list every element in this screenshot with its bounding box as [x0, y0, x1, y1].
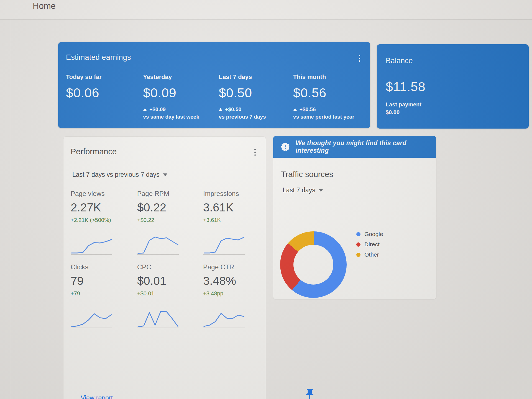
metric-page-rpm: Page RPM $0.22 +$0.22 [137, 190, 203, 255]
metric-label: Clicks [71, 263, 137, 271]
earnings-columns: Today so far $0.06 Yesterday $0.09 +$0.0… [58, 63, 370, 120]
performance-metrics: Page views 2.27K +2.21K (>500%) Page RPM… [71, 190, 266, 328]
sparkline-chart [137, 231, 179, 255]
balance-title: Balance [386, 57, 529, 65]
metric-label: Last 7 days [219, 73, 293, 81]
date-range-label: Last 7 days vs previous 7 days [72, 171, 160, 178]
push-pin-icon[interactable] [304, 386, 316, 399]
sparkline-chart [71, 231, 112, 255]
sparkline-chart [71, 304, 112, 328]
caret-down-icon [163, 173, 167, 176]
metric-delta: +$0.22 [137, 217, 203, 223]
metric-label: Today so far [66, 73, 143, 81]
date-range-label: Last 7 days [283, 186, 315, 194]
date-range-selector[interactable]: Last 7 days [281, 186, 325, 194]
metric-page-ctr: Page CTR 3.48% +3.48pp [203, 263, 264, 328]
last-payment-label: Last payment [386, 101, 529, 108]
metric-value: 79 [71, 274, 137, 288]
adsense-home-page: Home Estimated earnings Today so far $0.… [0, 0, 532, 399]
metric-value: $0.06 [66, 85, 143, 100]
earnings-column-month: This month $0.56 +$0.56 vs same period l… [293, 73, 370, 120]
metric-cpc: CPC $0.01 +$0.01 [137, 263, 203, 328]
metric-impressions: Impressions 3.61K +3.61K [203, 190, 264, 255]
metric-compare: vs previous 7 days [219, 114, 293, 120]
kebab-menu-icon[interactable] [357, 53, 362, 63]
metric-value: 2.27K [71, 201, 137, 214]
performance-title: Performance [71, 147, 117, 157]
metric-delta: +3.48pp [203, 290, 264, 297]
traffic-sources-title: Traffic sources [281, 170, 436, 179]
up-arrow-icon [293, 108, 297, 111]
metric-value: $0.22 [137, 201, 203, 214]
metric-delta: +2.21K (>500%) [71, 217, 137, 223]
metric-value: $0.56 [293, 85, 370, 100]
metric-label: Page views [71, 190, 137, 198]
legend-item-other: Other [356, 251, 383, 258]
metric-delta: +3.61K [203, 217, 264, 223]
metric-delta: +$0.01 [137, 290, 203, 297]
metric-label: Impressions [203, 190, 264, 198]
metric-value: $0.50 [219, 85, 293, 100]
metric-value: 3.61K [203, 201, 264, 214]
metric-value: $0.09 [143, 85, 219, 100]
metric-delta: +$0.09 [149, 106, 166, 112]
alert-badge-icon [280, 142, 290, 152]
view-report-link[interactable]: View report [81, 394, 113, 399]
legend-item-google: Google [356, 231, 383, 237]
legend-dot [356, 242, 360, 247]
metric-delta: +79 [71, 290, 137, 297]
date-range-selector[interactable]: Last 7 days vs previous 7 days [71, 171, 169, 179]
banner-message: We thought you might find this card inte… [296, 139, 429, 154]
up-arrow-icon [219, 108, 222, 111]
metric-delta: +$0.56 [300, 106, 316, 112]
metric-label: Page RPM [137, 190, 203, 198]
sparkline-chart [203, 231, 245, 255]
performance-card: Performance Last 7 days vs previous 7 da… [63, 136, 266, 399]
sparkline-chart [203, 304, 245, 328]
kebab-menu-icon[interactable] [253, 147, 257, 157]
suggestion-banner: We thought you might find this card inte… [273, 136, 436, 158]
balance-value: $11.58 [386, 79, 529, 94]
legend-dot [356, 253, 360, 257]
metric-compare: vs same period last year [293, 114, 370, 120]
page-title: Home [33, 1, 56, 11]
last-payment-value: $0.00 [386, 109, 529, 116]
metric-label: Page CTR [203, 263, 264, 271]
traffic-sources-card: We thought you might find this card inte… [273, 136, 436, 299]
metric-delta: +$0.50 [225, 106, 241, 112]
sidebar-divider [10, 19, 10, 399]
traffic-donut-chart [280, 231, 347, 298]
metric-label: Yesterday [143, 73, 219, 81]
metric-value: $0.01 [137, 274, 203, 288]
sparkline-chart [137, 304, 179, 328]
earnings-column-today: Today so far $0.06 [66, 73, 143, 120]
legend-dot [356, 232, 360, 236]
caret-down-icon [319, 189, 323, 192]
estimated-earnings-card: Estimated earnings Today so far $0.06 Ye… [58, 42, 370, 128]
metric-clicks: Clicks 79 +79 [71, 263, 137, 328]
chart-legend: Google Direct Other [356, 231, 383, 258]
earnings-column-yesterday: Yesterday $0.09 +$0.09 vs same day last … [143, 73, 219, 120]
metric-compare: vs same day last week [143, 114, 219, 120]
metric-value: 3.48% [203, 274, 264, 288]
metric-label: This month [293, 73, 370, 81]
earnings-column-last7: Last 7 days $0.50 +$0.50 vs previous 7 d… [219, 73, 293, 120]
estimated-earnings-title: Estimated earnings [66, 53, 131, 63]
metric-label: CPC [137, 263, 203, 271]
up-arrow-icon [143, 108, 147, 111]
metric-page-views: Page views 2.27K +2.21K (>500%) [71, 190, 137, 255]
balance-card: Balance $11.58 Last payment $0.00 [377, 44, 529, 129]
top-bar: Home [0, 0, 532, 20]
legend-item-direct: Direct [356, 241, 383, 248]
